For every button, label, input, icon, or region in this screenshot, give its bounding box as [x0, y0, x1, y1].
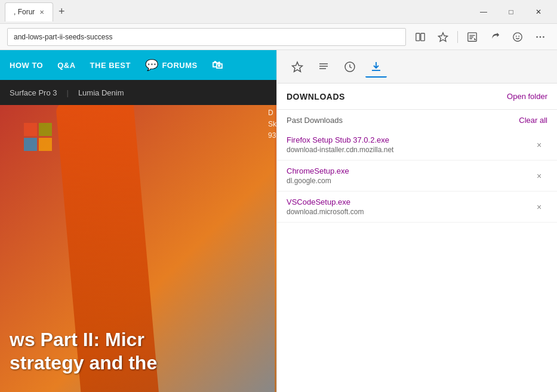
- download-filename-chrome[interactable]: ChromeSetup.exe: [287, 166, 531, 175]
- clear-all-button[interactable]: Clear all: [519, 116, 547, 125]
- download-item-firefox: Firefox Setup Stub 37.0.2.exe download-i…: [277, 129, 557, 160]
- svg-point-7: [536, 36, 538, 38]
- nav-qa[interactable]: Q&A: [57, 61, 75, 70]
- download-info-vscode: VSCodeSetup.exe download.microsoft.com: [287, 197, 531, 216]
- tab-title: , Forur: [14, 8, 35, 16]
- panel-tab-history[interactable]: [339, 56, 361, 78]
- remove-chrome-button[interactable]: ×: [531, 168, 547, 184]
- article-heading-line1: ws Part II: Micr: [10, 328, 157, 351]
- address-bar: and-lows-part-ii-seeds-success: [0, 24, 557, 50]
- article-top-info: D Sk 93: [268, 107, 276, 142]
- tab-area: , Forur ✕ +: [5, 2, 470, 21]
- svg-point-5: [516, 35, 517, 36]
- article-heading-line2: strategy and the: [10, 351, 157, 374]
- title-bar: , Forur ✕ + — □ ✕: [0, 0, 557, 24]
- download-filename-vscode[interactable]: VSCodeSetup.exe: [287, 197, 531, 206]
- svg-point-8: [540, 36, 541, 38]
- open-folder-button[interactable]: Open folder: [507, 92, 547, 101]
- toolbar-icons: [411, 27, 550, 47]
- more-icon[interactable]: [531, 27, 550, 47]
- nav-howto[interactable]: HOW TO: [10, 61, 43, 70]
- downloads-panel: DOWNLOADS Open folder Past Downloads Cle…: [276, 50, 557, 392]
- download-source-chrome: dl.google.com: [287, 177, 531, 185]
- panel-tab-favorites[interactable]: [287, 56, 308, 78]
- url-text: and-lows-part-ii-seeds-success: [14, 33, 112, 41]
- svg-rect-0: [416, 33, 420, 41]
- download-filename-firefox[interactable]: Firefox Setup Stub 37.0.2.exe: [287, 135, 531, 144]
- cart-icon: 🛍: [212, 59, 223, 72]
- main-area: HOW TO Q&A THE BEST 💬 FORUMS 🛍 Surface P…: [0, 50, 557, 392]
- remove-firefox-button[interactable]: ×: [531, 137, 547, 153]
- download-item-chrome: ChromeSetup.exe dl.google.com ×: [277, 160, 557, 192]
- nav-thebest[interactable]: THE BEST: [90, 61, 131, 70]
- article-text-overlay: ws Part II: Micr strategy and the: [10, 328, 157, 374]
- reading-view-icon[interactable]: [411, 27, 430, 47]
- past-downloads-header: Past Downloads Clear all: [277, 110, 557, 129]
- tab-close-icon[interactable]: ✕: [39, 9, 44, 16]
- svg-point-6: [518, 35, 519, 36]
- forums-icon: 💬: [145, 58, 159, 72]
- remove-vscode-button[interactable]: ×: [531, 199, 547, 215]
- panel-header: DOWNLOADS Open folder: [277, 84, 557, 110]
- close-button[interactable]: ✕: [525, 0, 552, 24]
- download-source-firefox: download-installer.cdn.mozilla.net: [287, 146, 531, 154]
- header-lumia[interactable]: Lumia Denim: [78, 88, 124, 97]
- nav-cart[interactable]: 🛍: [212, 59, 223, 72]
- svg-marker-2: [438, 32, 447, 41]
- panel-icon-tabs: [277, 50, 557, 84]
- favorites-icon[interactable]: [433, 27, 453, 47]
- browser-tab[interactable]: , Forur ✕: [5, 2, 53, 21]
- header-separator: |: [67, 88, 69, 97]
- ms-logo: [24, 123, 52, 151]
- downloads-title: DOWNLOADS: [287, 92, 345, 101]
- maximize-button[interactable]: □: [497, 0, 525, 24]
- past-downloads-label: Past Downloads: [287, 116, 343, 125]
- nav-forums[interactable]: 💬 FORUMS: [145, 58, 198, 72]
- new-tab-button[interactable]: +: [53, 4, 70, 20]
- web-notes-icon[interactable]: [463, 27, 482, 47]
- feedback-icon[interactable]: [508, 27, 527, 47]
- svg-point-4: [513, 32, 522, 41]
- header-surface-pro[interactable]: Surface Pro 3: [10, 88, 57, 97]
- window-controls: — □ ✕: [470, 0, 552, 24]
- panel-tab-downloads[interactable]: [365, 56, 387, 78]
- svg-point-9: [543, 36, 544, 38]
- download-source-vscode: download.microsoft.com: [287, 208, 531, 216]
- download-info-chrome: ChromeSetup.exe dl.google.com: [287, 166, 531, 185]
- svg-marker-10: [293, 62, 303, 72]
- download-item-vscode: VSCodeSetup.exe download.microsoft.com ×: [277, 192, 557, 223]
- panel-tab-reading-list[interactable]: [313, 56, 334, 78]
- share-icon[interactable]: [485, 27, 504, 47]
- url-box[interactable]: and-lows-part-ii-seeds-success: [7, 28, 406, 46]
- download-info-firefox: Firefox Setup Stub 37.0.2.exe download-i…: [287, 135, 531, 154]
- minimize-button[interactable]: —: [470, 0, 497, 24]
- svg-rect-1: [421, 33, 424, 41]
- toolbar-divider: [457, 31, 458, 43]
